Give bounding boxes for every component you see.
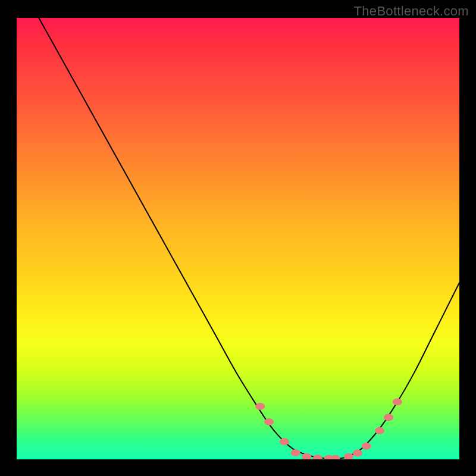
chart-frame: TheBottleneck.com xyxy=(0,0,476,476)
watermark-text: TheBottleneck.com xyxy=(354,4,469,19)
gradient-plot-area xyxy=(17,18,459,459)
